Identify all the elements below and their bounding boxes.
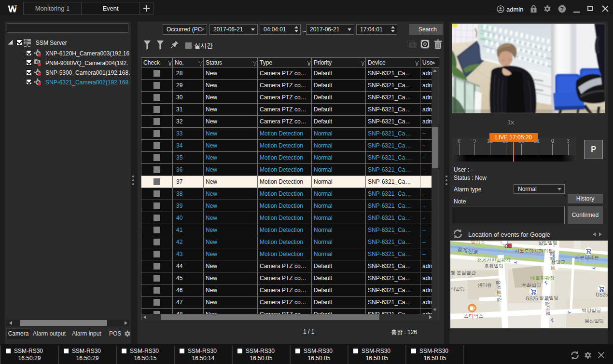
svg-text:봉산빌딩: 봉산빌딩: [585, 318, 604, 324]
svg-text:행 본점별관: 행 본점별관: [450, 270, 476, 275]
svg-text:삼일빌딩: 삼일빌딩: [538, 241, 557, 245]
svg-text:석빌딩: 석빌딩: [450, 286, 465, 292]
svg-text:세븐일레븐: 세븐일레븐: [575, 255, 599, 260]
svg-text:CU: CU: [504, 244, 511, 249]
svg-text:GS25: GS25: [596, 292, 608, 297]
svg-text:센터원: 센터원: [477, 283, 492, 288]
svg-text:스타벅스: 스타벅스: [464, 313, 483, 319]
svg-text:호원빌딩: 호원빌딩: [484, 263, 503, 269]
svg-text:GS25: GS25: [526, 296, 538, 301]
svg-text:베를린광장: 베를린광장: [530, 275, 555, 281]
svg-text:청계천한빛광장: 청계천한빛광장: [477, 257, 511, 263]
svg-text:?: ?: [560, 6, 564, 13]
svg-text:백양빌딩: 백양빌딩: [582, 308, 601, 313]
svg-text:빌리즈: 빌리즈: [471, 241, 485, 244]
svg-text:한화빌딩: 한화빌딩: [522, 283, 541, 288]
svg-text:삼일대로: 삼일대로: [550, 251, 556, 271]
svg-text:삼일대로: 삼일대로: [545, 297, 551, 316]
svg-text:서울도담치과의원: 서울도담치과의원: [515, 248, 553, 254]
